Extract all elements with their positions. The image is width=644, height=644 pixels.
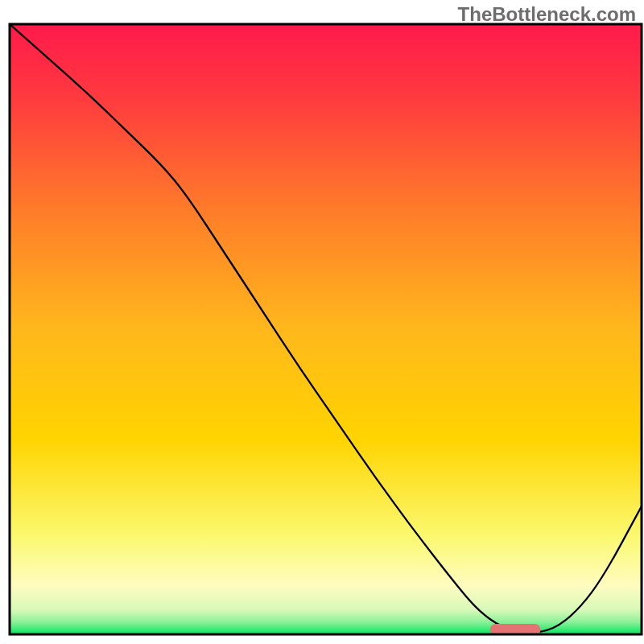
chart-background xyxy=(10,24,642,634)
chart-container: TheBottleneck.com xyxy=(0,0,644,644)
watermark-label: TheBottleneck.com xyxy=(458,3,636,26)
bottleneck-chart xyxy=(0,0,644,644)
